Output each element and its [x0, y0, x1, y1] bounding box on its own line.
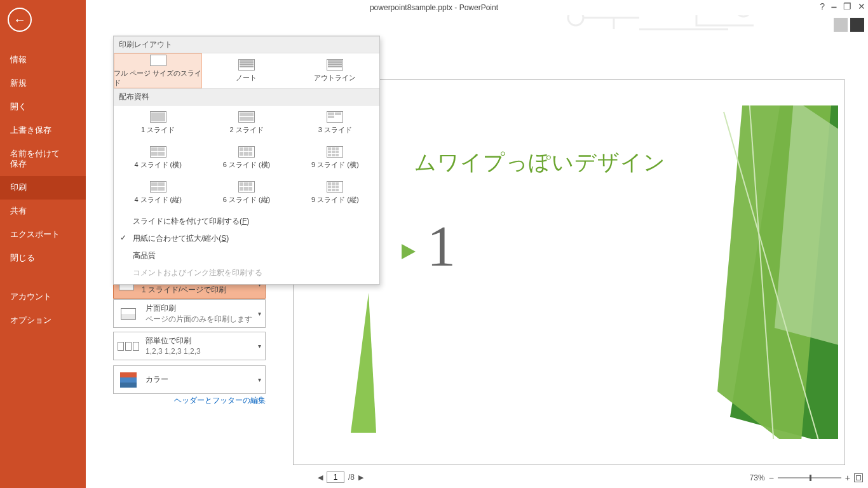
setting-duplex[interactable]: 片面印刷 ページの片面のみを印刷します ▾: [113, 299, 266, 328]
setting-duplex-sub: ページの片面のみを印刷します: [146, 314, 252, 325]
sidebar-item-7[interactable]: エクスポート: [0, 223, 86, 247]
backstage-sidebar: ← 情報新規開く上書き保存名前を付けて 保存印刷共有エクスポート閉じるアカウント…: [0, 0, 86, 488]
zoom-label: 73%: [750, 473, 765, 482]
ribbon-swatch-light: [834, 18, 848, 32]
sidebar-item-2[interactable]: 開く: [0, 95, 86, 119]
layout-option-label: フル ページ サイズのスライド: [114, 69, 202, 88]
check-icon: ✓: [120, 233, 126, 242]
zoom-slider[interactable]: [778, 477, 841, 478]
duplex-icon: [121, 308, 136, 320]
collate-icon: [118, 342, 139, 351]
handout-option-1[interactable]: 2 スライド: [202, 105, 290, 140]
color-icon: [120, 372, 137, 388]
handout-option-0[interactable]: 1 スライド: [114, 105, 202, 140]
setting-collate-sub: 1,2,3 1,2,3 1,2,3: [146, 346, 201, 357]
sidebar-item-3[interactable]: 上書き保存: [0, 119, 86, 142]
chevron-down-icon: ▾: [258, 376, 261, 383]
option-scale-to-fit[interactable]: ✓ 用紙に合わせて拡大/縮小(S): [114, 230, 379, 247]
decorative-shapes-right: [717, 112, 838, 433]
sidebar-item-0[interactable]: 情報: [0, 48, 86, 72]
layout-option-2[interactable]: アウトライン: [291, 53, 379, 88]
handout-option-label: 9 スライド (縦): [311, 195, 359, 205]
popup-section-handouts: 配布資料: [114, 88, 379, 105]
page-number-input[interactable]: [327, 471, 344, 483]
layout-option-1[interactable]: ノート: [202, 53, 290, 88]
handout-option-label: 2 スライド: [229, 125, 263, 135]
handout-option-8[interactable]: 9 スライド (縦): [291, 175, 379, 210]
slide-canvas: ムワイプっぽいデザイン 1: [319, 105, 838, 439]
back-button[interactable]: ←: [8, 8, 32, 32]
handout-option-label: 6 スライド (横): [223, 160, 271, 170]
setting-color[interactable]: カラー ▾: [113, 365, 266, 394]
sidebar-item-8[interactable]: 閉じる: [0, 247, 86, 270]
sidebar-item-5[interactable]: 印刷: [0, 176, 86, 200]
slide-title-text: ムワイプっぽいデザイン: [414, 148, 666, 177]
popup-section-print-layout: 印刷レイアウト: [114, 36, 379, 53]
option-frame-slides[interactable]: スライドに枠を付けて印刷する(F): [114, 213, 379, 230]
handout-option-label: 1 スライド: [141, 125, 175, 135]
handout-option-label: 4 スライド (横): [134, 160, 182, 170]
setting-layout-sub: 1 スライド/ページで印刷: [142, 285, 245, 295]
zoom-fit-button[interactable]: [854, 473, 863, 482]
minimize-icon[interactable]: ‒: [831, 1, 837, 11]
handout-option-2[interactable]: 3 スライド: [291, 105, 379, 140]
window-title: powerpoint8sample.pptx - PowerPoint: [370, 3, 498, 12]
zoom-out-button[interactable]: −: [769, 473, 774, 483]
setting-color-title: カラー: [146, 374, 168, 385]
handout-option-6[interactable]: 4 スライド (縦): [114, 175, 202, 210]
zoom-in-button[interactable]: +: [845, 473, 850, 483]
handout-option-3[interactable]: 4 スライド (横): [114, 140, 202, 175]
option-print-comments: コメントおよびインク注釈を印刷する: [114, 264, 379, 281]
handout-option-label: 9 スライド (横): [311, 160, 359, 170]
chevron-down-icon: ▾: [258, 310, 261, 317]
sidebar-item-6[interactable]: 共有: [0, 200, 86, 223]
decorative-triangle-left: [351, 293, 376, 433]
page-total: /8: [348, 473, 355, 482]
restore-icon[interactable]: ❐: [843, 1, 851, 11]
handout-option-label: 6 スライド (縦): [223, 195, 271, 205]
window-controls: ? ‒ ❐ ✕: [820, 1, 865, 11]
sidebar-secondary-0[interactable]: アカウント: [0, 285, 86, 309]
layout-option-0[interactable]: フル ページ サイズのスライド: [114, 53, 202, 88]
popup-options: スライドに枠を付けて印刷する(F) ✓ 用紙に合わせて拡大/縮小(S) 高品質 …: [114, 210, 379, 284]
zoom-controls: 73% − +: [750, 473, 863, 483]
title-bar: powerpoint8sample.pptx - PowerPoint: [0, 0, 868, 15]
sidebar-item-4[interactable]: 名前を付けて 保存: [0, 142, 86, 177]
sidebar-secondary-1[interactable]: オプション: [0, 309, 86, 332]
handout-option-label: 4 スライド (縦): [134, 195, 182, 205]
handout-option-7[interactable]: 6 スライド (縦): [202, 175, 290, 210]
layout-option-label: ノート: [236, 73, 257, 83]
ribbon-swatch-dark: [850, 18, 864, 32]
bullet-arrow-icon: [402, 244, 416, 259]
header-footer-link[interactable]: ヘッダーとフッターの編集: [113, 395, 266, 406]
handout-option-label: 3 スライド: [318, 125, 352, 135]
slide-big-number: 1: [427, 214, 456, 279]
page-navigator: ◀ /8 ▶: [318, 471, 363, 483]
setting-collate[interactable]: 部単位で印刷 1,2,3 1,2,3 1,2,3 ▾: [113, 332, 266, 360]
sidebar-item-1[interactable]: 新規: [0, 72, 86, 95]
zoom-slider-thumb[interactable]: [810, 475, 811, 481]
next-page-button[interactable]: ▶: [358, 473, 363, 482]
option-high-quality[interactable]: 高品質: [114, 247, 379, 264]
prev-page-button[interactable]: ◀: [318, 473, 323, 482]
handout-option-5[interactable]: 9 スライド (横): [291, 140, 379, 175]
chevron-down-icon: ▾: [258, 342, 261, 349]
close-icon[interactable]: ✕: [858, 1, 865, 11]
setting-collate-title: 部単位で印刷: [146, 336, 201, 346]
layout-option-label: アウトライン: [314, 73, 356, 83]
print-layout-popup: 印刷レイアウト フル ページ サイズのスライドノートアウトライン 配布資料 1 …: [113, 36, 380, 285]
arrow-left-icon: ←: [13, 13, 26, 27]
handout-option-4[interactable]: 6 スライド (横): [202, 140, 290, 175]
help-icon[interactable]: ?: [820, 1, 825, 11]
setting-duplex-title: 片面印刷: [146, 303, 252, 314]
